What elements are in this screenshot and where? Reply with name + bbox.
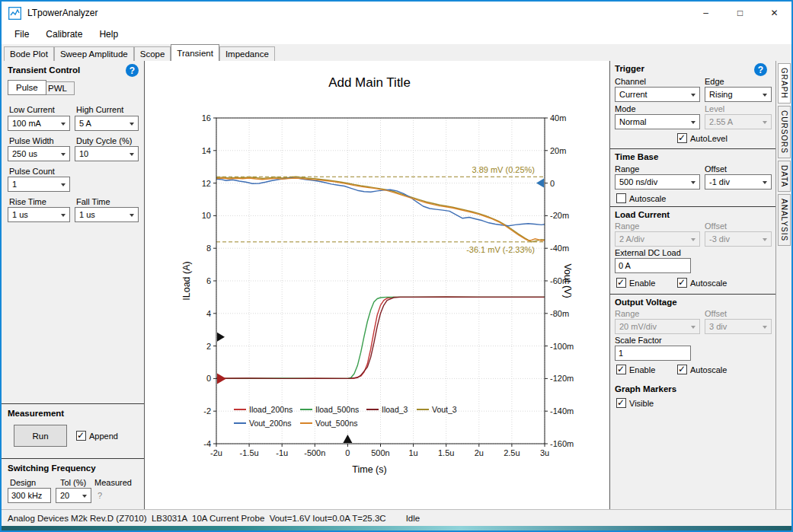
- fall-time-select[interactable]: 1 us: [75, 207, 139, 222]
- tab-bode-plot[interactable]: Bode Plot: [4, 46, 54, 61]
- scale-factor-input[interactable]: [615, 346, 691, 361]
- scale-factor-label: Scale Factor: [615, 336, 662, 345]
- separator: [610, 294, 775, 295]
- outputvoltage-enable-checkbox[interactable]: Enable: [616, 365, 655, 374]
- svg-text:0: 0: [345, 448, 350, 457]
- app-window: LTpowerAnalyzer – □ ✕ File Calibrate Hel…: [0, 0, 793, 532]
- vout-zero-marker[interactable]: [536, 179, 544, 188]
- max-annotation-text: 3.89 mV (0.25%): [472, 165, 535, 174]
- tab-scope[interactable]: Scope: [134, 46, 171, 61]
- chevron-down-icon: [759, 88, 771, 101]
- loadcurrent-offset-select: -3 div: [705, 231, 772, 247]
- append-checkbox[interactable]: Append: [76, 431, 118, 441]
- svg-text:8: 8: [206, 244, 211, 253]
- tab-sweep-amplitude[interactable]: Sweep Amplitude: [54, 46, 134, 61]
- timebase-range-select[interactable]: 500 ns/div: [615, 174, 700, 190]
- side-tab-analysis[interactable]: ANALYSIS: [778, 194, 791, 246]
- tab-transient[interactable]: Transient: [171, 44, 219, 61]
- iload-zero-marker[interactable]: [217, 373, 226, 384]
- svg-text:Iload_3: Iload_3: [382, 405, 408, 414]
- side-tab-data[interactable]: DATA: [778, 161, 791, 192]
- svg-text:10: 10: [202, 211, 211, 220]
- run-button[interactable]: Run: [14, 425, 67, 447]
- fall-time-label: Fall Time: [76, 197, 110, 206]
- checkbox-box: [616, 278, 626, 288]
- tol-select[interactable]: 20: [56, 488, 91, 503]
- maximize-button[interactable]: □: [723, 2, 757, 24]
- outputvoltage-offset-select: 3 div: [705, 319, 772, 334]
- chevron-down-icon: [57, 116, 69, 130]
- tab-impedance[interactable]: Impedance: [219, 46, 275, 61]
- low-current-select[interactable]: 100 mA: [8, 116, 70, 131]
- loadcurrent-range-label: Range: [615, 221, 639, 231]
- checkbox-box: [677, 365, 687, 374]
- rise-time-select[interactable]: 1 us: [8, 207, 70, 222]
- subtab-pulse[interactable]: Pulse: [8, 80, 46, 95]
- separator: [610, 148, 775, 149]
- help-icon[interactable]: [126, 64, 139, 77]
- svg-text:-140m: -140m: [550, 406, 574, 416]
- side-tab-cursors[interactable]: CURSORS: [778, 106, 791, 158]
- side-tab-strip: GRAPH CURSORS DATA ANALYSIS: [775, 61, 791, 509]
- channel-select[interactable]: Current: [615, 87, 700, 102]
- svg-text:1u: 1u: [408, 448, 417, 457]
- svg-text:-40m: -40m: [550, 244, 569, 253]
- combo-value: 100 mA: [12, 119, 41, 128]
- edge-select[interactable]: Rising: [705, 87, 772, 102]
- menu-file[interactable]: File: [6, 26, 37, 43]
- side-tab-graph[interactable]: GRAPH: [778, 63, 791, 104]
- external-dc-load-input[interactable]: [615, 258, 691, 273]
- combo-value: 1 us: [12, 210, 28, 219]
- chevron-down-icon: [687, 232, 699, 246]
- combo-value: 10: [79, 149, 88, 158]
- main-tab-strip: Bode Plot Sweep Amplitude Scope Transien…: [2, 44, 791, 61]
- loadcurrent-enable-checkbox[interactable]: Enable: [616, 278, 655, 288]
- checkbox-box: [677, 278, 687, 288]
- checkbox-box: [616, 365, 626, 374]
- svg-text:-1.5u: -1.5u: [240, 448, 259, 457]
- mode-select[interactable]: Normal: [615, 114, 700, 129]
- tol-label: Tol (%): [60, 478, 86, 487]
- menu-help[interactable]: Help: [91, 26, 126, 43]
- svg-text:-1u: -1u: [276, 448, 288, 457]
- svg-text:2.5u: 2.5u: [504, 448, 520, 457]
- combo-value: 5 A: [79, 119, 91, 128]
- settings-panel: Trigger Channel Edge Current Rising Mode…: [609, 61, 775, 509]
- svg-text:2u: 2u: [475, 448, 484, 457]
- trigger-time-marker[interactable]: [343, 435, 352, 443]
- chart-panel: -2u-1.5u-1u-500n0500n1u1.5u2u2.5u3u16141…: [145, 61, 609, 509]
- checkbox-label: Enable: [629, 279, 655, 288]
- autolevel-checkbox[interactable]: AutoLevel: [677, 133, 727, 143]
- timebase-autoscale-checkbox[interactable]: Autoscale: [616, 193, 666, 203]
- graph-markers-visible-checkbox[interactable]: Visible: [616, 398, 654, 408]
- combo-value: 20 mV/div: [619, 322, 657, 331]
- checkbox-label: Enable: [629, 365, 655, 374]
- pulse-count-select[interactable]: 1: [8, 177, 70, 192]
- pulse-width-select[interactable]: 250 us: [8, 146, 70, 161]
- outputvoltage-autoscale-checkbox[interactable]: Autoscale: [677, 365, 727, 374]
- timebase-offset-select[interactable]: -1 div: [705, 174, 772, 190]
- chevron-down-icon: [759, 320, 771, 333]
- close-button[interactable]: ✕: [757, 2, 791, 24]
- trigger-level-marker[interactable]: [217, 333, 225, 342]
- menu-calibrate[interactable]: Calibrate: [37, 26, 91, 43]
- checkbox-label: Visible: [629, 399, 654, 408]
- transient-chart[interactable]: -2u-1.5u-1u-500n0500n1u1.5u2u2.5u3u16141…: [145, 61, 609, 509]
- svg-text:20m: 20m: [550, 146, 566, 155]
- chevron-down-icon: [687, 175, 699, 189]
- chart-title[interactable]: Add Main Title: [328, 75, 411, 90]
- svg-text:-100m: -100m: [550, 342, 574, 351]
- loadcurrent-autoscale-checkbox[interactable]: Autoscale: [677, 278, 727, 288]
- left-axis-label: ILoad (A): [181, 261, 192, 300]
- help-icon[interactable]: [754, 63, 767, 76]
- svg-text:2: 2: [206, 342, 211, 351]
- minimize-button[interactable]: –: [689, 2, 723, 24]
- window-title: LTpowerAnalyzer: [27, 8, 98, 18]
- level-label: Level: [705, 104, 724, 113]
- checkbox-box: [616, 398, 626, 408]
- design-freq-input[interactable]: [8, 488, 51, 503]
- duty-cycle-select[interactable]: 10: [75, 146, 139, 161]
- graph-markers-title: Graph Markers: [615, 384, 676, 393]
- high-current-select[interactable]: 5 A: [75, 116, 139, 131]
- loadcurrent-range-select: 2 A/div: [615, 231, 700, 247]
